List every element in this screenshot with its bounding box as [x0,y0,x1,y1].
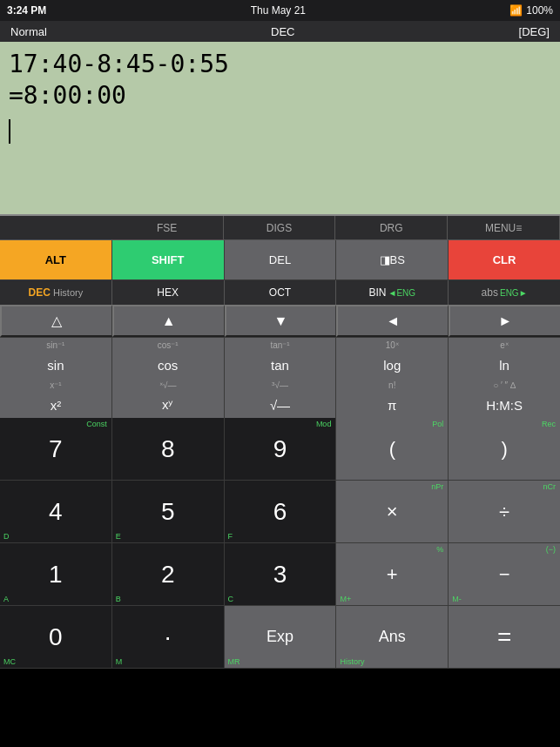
x2-label: x² [0,398,111,413]
log-button[interactable]: 10ˣ log [336,338,449,378]
alt-row: ALT SHIFT DEL ◨BS CLR [0,240,560,280]
key-2[interactable]: B 2 [112,543,225,605]
key-8[interactable]: 8 [112,418,225,480]
up-fill-button[interactable]: ▲ [112,305,225,337]
x2-button[interactable]: x⁻¹ x² [0,378,112,418]
mode-eng-left-text: ◄ENG [388,288,416,298]
mode-dec-text: DEC [29,286,51,299]
key-6[interactable]: F 6 [225,481,337,542]
key-sub-top: (−) [546,546,556,554]
func-row: FSE DIGS DRG MENU≡ [0,216,560,240]
up-outline-button[interactable]: △ [0,305,112,337]
alt-button[interactable]: ALT [0,240,112,279]
xy-button[interactable]: ˣ√— xʸ [112,378,225,418]
sin-label: sin [0,358,111,373]
key-0[interactable]: MC 0 [0,606,112,668]
ln-top-label: eˣ [449,340,560,350]
mode-dec-cell[interactable]: DEC History [0,280,112,305]
clr-button[interactable]: CLR [449,240,560,279]
display: 17:40-8:45-0:55 =8:00:00 [0,42,560,216]
cos-button[interactable]: cos⁻¹ cos [112,338,225,378]
key-0-bottom: MC [3,658,16,666]
digs-label[interactable]: DIGS [224,216,336,239]
mode-abs-text: abs [482,286,498,299]
menu-label[interactable]: MENU≡ [448,216,560,239]
x-inv-label: x⁻¹ [0,380,111,390]
key-5-bottom: E [116,533,121,541]
tan-inverse-label: tan⁻¹ [225,340,336,350]
display-line2: =8:00:00 [9,80,551,111]
key-add[interactable]: % + M+ [336,543,449,605]
fse-label[interactable]: FSE [111,216,224,239]
sqrt-button[interactable]: ³√— √— [225,378,337,418]
num-row-3: A 1 B 2 C 3 % + M+ (−) − M- [0,543,560,606]
key-mul-top: nPr [431,483,443,491]
key-add-bottom: M+ [340,596,351,603]
key-lpar[interactable]: Pol ( [336,418,449,480]
mode-oct-text: OCT [269,286,291,299]
key-sub[interactable]: (−) − M- [449,543,560,605]
ln-button[interactable]: eˣ ln [449,338,560,378]
mode-oct-cell[interactable]: OCT [225,280,337,305]
key-div-top: nCr [543,483,556,491]
cursor [9,119,10,144]
num-row-2: D 4 E 5 F 6 nPr × nCr ÷ [0,481,560,543]
mode-eng-right-text: ENG► [500,288,528,298]
left-fill-button[interactable]: ◄ [336,305,449,337]
shift-button[interactable]: SHIFT [112,240,225,279]
key-9[interactable]: Mod 9 [225,418,337,480]
key-ans[interactable]: History Ans [336,606,449,668]
down-fill-button[interactable]: ▼ [225,305,337,337]
key-7[interactable]: Const 7 [0,418,112,480]
log-label: log [336,358,448,373]
mode-bin-cell[interactable]: BIN ◄ENG [336,280,449,305]
right-fill-icon: ► [498,313,512,329]
display-text: 17:40-8:45-0:55 =8:00:00 [9,49,551,144]
tan-label: tan [225,358,336,373]
key-5[interactable]: E 5 [112,481,225,542]
mode-row: DEC History HEX OCT BIN ◄ENG abs ENG► [0,280,560,305]
key-4[interactable]: D 4 [0,481,112,542]
mode-normal: Normal [10,25,47,38]
mode-hex-cell[interactable]: HEX [112,280,225,305]
key-exp[interactable]: MR Exp [225,606,337,668]
battery-label: 100% [526,4,553,17]
xy-label: xʸ [112,397,224,413]
status-time: 3:24 PM [7,4,46,17]
ln-label: ln [449,358,560,373]
mode-deg: [DEG] [519,25,550,38]
status-right: 📶 100% [509,4,553,17]
key-dot[interactable]: M · [112,606,225,668]
del-button[interactable]: DEL [225,240,337,279]
key-mul[interactable]: nPr × [336,481,449,542]
key-rpar[interactable]: Rec ) [449,418,560,480]
mode-bin-text: BIN [368,286,386,299]
key-dot-bottom: M [116,658,123,666]
drg-label[interactable]: DRG [335,216,448,239]
down-fill-icon: ▼ [274,313,288,329]
num-row-1: Const 7 8 Mod 9 Pol ( Rec ) [0,418,560,481]
factorial-label: n! [336,380,448,390]
tan-button[interactable]: tan⁻¹ tan [225,338,337,378]
sqrt-label: √— [225,398,336,413]
calc-area: FSE DIGS DRG MENU≡ ALT SHIFT DEL ◨BS CLR… [0,216,560,669]
up-outline-icon: △ [51,313,62,329]
pi-button[interactable]: n! π [336,378,449,418]
bs-button[interactable]: ◨BS [336,240,449,279]
key-3[interactable]: C 3 [225,543,337,605]
sin-button[interactable]: sin⁻¹ sin [0,338,112,378]
log-top-label: 10ˣ [336,340,448,350]
status-date: Thu May 21 [251,4,306,17]
xroot-label: ˣ√— [112,380,224,390]
mode-abs-cell[interactable]: abs ENG► [449,280,560,305]
key-eq[interactable]: = [449,606,560,668]
hms-button[interactable]: ○ ′ ″ ∆ H:M:S [449,378,560,418]
arrow-row: △ ▲ ▼ ◄ ► [0,305,560,338]
key-9-top: Mod [316,421,332,428]
key-div[interactable]: nCr ÷ [449,481,560,542]
right-fill-button[interactable]: ► [449,305,560,337]
hms-label: H:M:S [449,398,560,413]
key-4-bottom: D [3,533,10,541]
key-1[interactable]: A 1 [0,543,112,605]
key-3-bottom: C [228,596,234,603]
